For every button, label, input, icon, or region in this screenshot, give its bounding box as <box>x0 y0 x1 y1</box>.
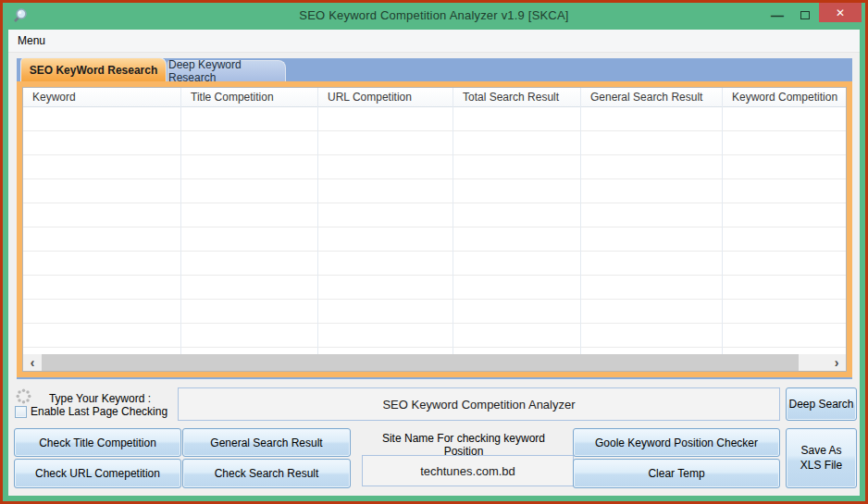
grid-body-empty <box>23 107 846 354</box>
menu-item-menu[interactable]: Menu <box>8 30 55 52</box>
clear-temp-button[interactable]: Clear Temp <box>573 459 780 488</box>
column-header-keyword-competition[interactable]: Keyword Competition <box>723 88 846 107</box>
deep-search-button[interactable]: Deep Search <box>786 387 857 421</box>
tab-deep-keyword-research[interactable]: Deep Keyword Research <box>167 60 286 81</box>
close-button[interactable]: ✕ <box>819 3 862 22</box>
client-area: SEO KeyWord Research Deep Keyword Resear… <box>8 53 860 496</box>
horizontal-scrollbar[interactable]: ‹ › <box>23 354 846 371</box>
maximize-icon <box>800 11 810 19</box>
maximize-button[interactable] <box>791 3 819 22</box>
spinner-icon <box>16 388 31 404</box>
check-title-competition-button[interactable]: Check Title Competition <box>14 428 181 457</box>
column-divider <box>317 107 318 354</box>
enable-last-page-checkbox[interactable] <box>15 406 27 418</box>
google-keyword-position-checker-button[interactable]: Goole Keyword Position Checker <box>573 428 780 457</box>
window-title: SEO Keyword Competition Analyzer v1.9 [S… <box>3 8 865 22</box>
tab-seo-keyword-research[interactable]: SEO KeyWord Research <box>20 57 167 81</box>
title-bar: SEO Keyword Competition Analyzer v1.9 [S… <box>3 3 865 30</box>
column-header-total-search-result[interactable]: Total Search Result <box>453 88 581 107</box>
app-window: SEO Keyword Competition Analyzer v1.9 [S… <box>0 0 868 504</box>
column-header-keyword[interactable]: Keyword <box>23 88 181 107</box>
enable-last-page-label: Enable Last Page Checking <box>31 405 167 418</box>
check-url-competition-button[interactable]: Check URL Comepetition <box>14 459 181 488</box>
save-as-xls-button[interactable]: Save As XLS File <box>786 428 857 488</box>
column-divider <box>722 107 723 354</box>
results-grid: Keyword Title Competition URL Competitio… <box>22 87 847 372</box>
column-divider <box>453 107 453 354</box>
column-divider <box>180 107 181 354</box>
site-name-label: Site Name For checking keyword Position <box>361 432 566 458</box>
site-name-input[interactable]: techtunes.com.bd <box>362 455 574 486</box>
keyword-input[interactable]: SEO Keyword Competition Analyzer <box>178 387 780 421</box>
close-icon: ✕ <box>836 6 845 19</box>
scroll-left-icon[interactable]: ‹ <box>23 354 42 371</box>
column-header-title-competition[interactable]: Title Competition <box>181 88 318 107</box>
scrollbar-thumb[interactable] <box>42 354 799 371</box>
general-search-result-button[interactable]: General Search Result <box>182 428 351 457</box>
enable-last-page-row: Enable Last Page Checking <box>15 405 167 418</box>
column-header-url-competition[interactable]: URL Competition <box>318 88 453 107</box>
menu-bar: Menu <box>8 30 860 53</box>
check-search-result-button[interactable]: Check Search Result <box>182 459 351 488</box>
column-header-general-search-result[interactable]: General Search Result <box>581 88 723 107</box>
type-keyword-label: Type Your Keyword : <box>31 392 169 405</box>
grid-header-row: Keyword Title Competition URL Competitio… <box>23 88 846 107</box>
minimize-button[interactable]: — <box>763 3 791 22</box>
scroll-right-icon[interactable]: › <box>827 354 846 371</box>
column-divider <box>580 107 581 354</box>
window-controls: — ✕ <box>763 3 862 30</box>
results-panel: Keyword Title Competition URL Competitio… <box>17 81 852 379</box>
minimize-icon: — <box>771 11 784 20</box>
